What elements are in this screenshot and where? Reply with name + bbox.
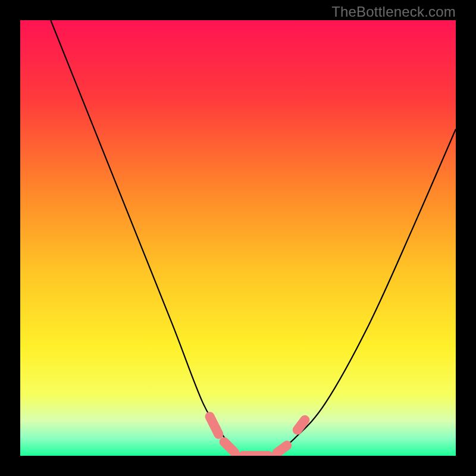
curve-layer	[20, 20, 456, 456]
plot-area	[20, 20, 456, 456]
series-left-curve	[51, 20, 238, 456]
watermark-text: TheBottleneck.com	[331, 4, 456, 20]
series-right-curve	[273, 129, 456, 456]
marker-segment	[238, 451, 273, 456]
chart-frame: TheBottleneck.com	[0, 0, 476, 476]
